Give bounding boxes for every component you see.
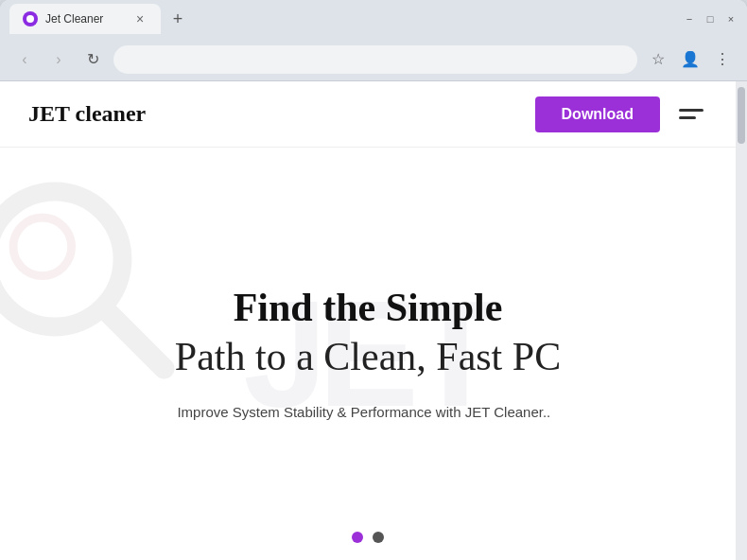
window-controls: − □ ×	[683, 12, 738, 26]
tab-area: Jet Cleaner × +	[9, 0, 675, 38]
hero-section: JET Find the Simple Path to a Clean, Fas…	[0, 148, 736, 560]
site-navbar: JET cleaner Download	[0, 81, 736, 148]
tab-favicon	[23, 11, 38, 26]
page-content: JET cleaner Download JE	[0, 81, 736, 560]
carousel-dots	[352, 532, 384, 543]
close-window-button[interactable]: ×	[724, 12, 738, 26]
profile-icon[interactable]: 👤	[677, 46, 704, 73]
forward-button[interactable]: ›	[45, 46, 72, 73]
hero-text-container: Find the Simple Path to a Clean, Fast PC…	[175, 284, 561, 425]
tab-close-btn[interactable]: ×	[132, 11, 148, 26]
browser-window: Jet Cleaner × + − □ × ‹ › ↻ ☆ 👤 ⋮ JET cl…	[0, 0, 747, 560]
new-tab-button[interactable]: +	[165, 6, 191, 32]
bookmark-icon[interactable]: ☆	[645, 46, 671, 73]
carousel-dot-1[interactable]	[352, 532, 363, 543]
magnifier-watermark	[0, 176, 180, 384]
download-button[interactable]: Download	[535, 96, 660, 132]
hamburger-line-2	[679, 116, 696, 119]
content-area: JET cleaner Download JE	[0, 81, 747, 560]
address-bar: ‹ › ↻ ☆ 👤 ⋮	[0, 38, 747, 81]
maximize-button[interactable]: □	[704, 12, 717, 26]
scrollbar[interactable]	[736, 81, 747, 560]
svg-line-1	[107, 311, 165, 369]
site-nav-right: Download	[535, 96, 707, 132]
tab-title: Jet Cleaner	[45, 12, 103, 26]
address-input[interactable]	[113, 45, 637, 74]
browser-tab[interactable]: Jet Cleaner ×	[9, 4, 161, 34]
hamburger-menu-button[interactable]	[675, 105, 707, 123]
svg-point-2	[13, 218, 72, 276]
hero-subtitle: Improve System Stability & Performance w…	[175, 401, 553, 424]
hero-title-bold: Find the Simple	[175, 284, 561, 331]
carousel-dot-2[interactable]	[373, 532, 384, 543]
hamburger-line-1	[679, 109, 704, 112]
menu-icon[interactable]: ⋮	[709, 46, 736, 73]
minimize-button[interactable]: −	[683, 12, 696, 26]
tab-favicon-inner	[26, 15, 34, 23]
refresh-button[interactable]: ↻	[79, 46, 106, 73]
address-bar-icons: ☆ 👤 ⋮	[645, 46, 736, 73]
title-bar: Jet Cleaner × + − □ ×	[0, 0, 747, 38]
back-button[interactable]: ‹	[11, 46, 38, 73]
scrollbar-thumb[interactable]	[738, 87, 745, 144]
site-logo: JET cleaner	[28, 101, 146, 127]
hero-title-normal: Path to a Clean, Fast PC	[175, 331, 561, 383]
